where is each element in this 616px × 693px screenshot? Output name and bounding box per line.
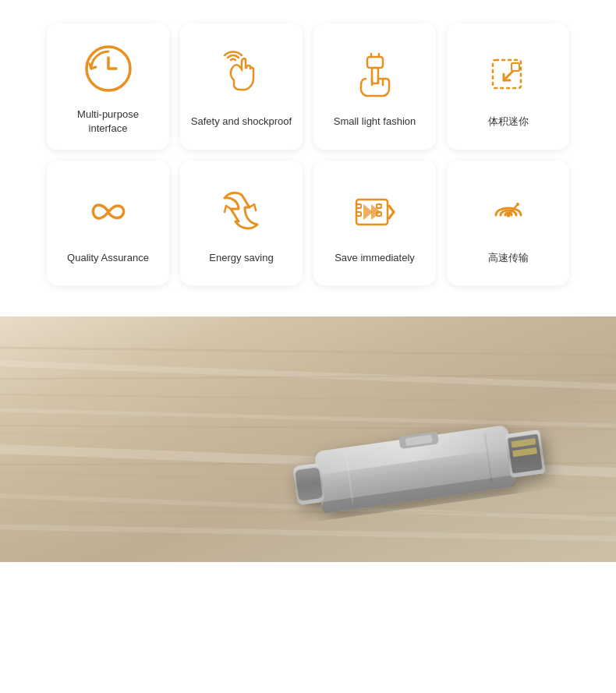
svg-rect-13 <box>356 212 361 216</box>
card-safety: Safety and shockproof <box>180 23 303 150</box>
features-section: Multi-purpose interface Safety and shock… <box>0 0 616 316</box>
svg-rect-40 <box>295 467 323 501</box>
clock-rotate-icon <box>80 41 136 97</box>
svg-line-27 <box>0 348 616 355</box>
svg-rect-10 <box>512 63 519 71</box>
card-energy: Energy saving <box>180 161 303 285</box>
features-grid: Multi-purpose interface Safety and shock… <box>47 23 569 285</box>
card-multi-purpose: Multi-purpose interface <box>47 23 169 150</box>
svg-rect-14 <box>377 204 381 208</box>
svg-rect-1 <box>367 57 383 68</box>
card-quality-label: Quality Assurance <box>67 251 149 265</box>
hand-plug-icon <box>347 48 403 104</box>
card-quality: Quality Assurance <box>47 161 169 285</box>
hand-waves-icon <box>214 48 270 104</box>
card-high-speed-label: 高速传输 <box>488 251 529 265</box>
svg-line-19 <box>389 212 394 218</box>
card-high-speed: 高速传输 <box>447 161 569 285</box>
film-forward-icon <box>347 184 403 240</box>
svg-marker-16 <box>364 206 372 218</box>
card-compact-label: 体积迷你 <box>488 115 529 129</box>
svg-point-22 <box>516 203 519 206</box>
card-energy-label: Energy saving <box>209 251 273 265</box>
svg-line-9 <box>504 71 513 80</box>
svg-rect-8 <box>493 60 521 88</box>
recycle-icon <box>214 184 270 240</box>
card-small-light: Small light fashion <box>313 23 436 150</box>
card-safety-label: Safety and shockproof <box>191 115 292 129</box>
box-arrow-icon <box>480 48 536 104</box>
card-small-light-label: Small light fashion <box>334 115 416 129</box>
product-photo-section <box>0 316 616 562</box>
svg-rect-12 <box>356 204 361 208</box>
wood-background <box>0 316 616 562</box>
infinity-icon <box>80 184 136 240</box>
card-multi-purpose-label: Multi-purpose interface <box>77 108 139 136</box>
usb-device-image <box>273 391 569 546</box>
speedometer-icon <box>480 184 536 240</box>
card-compact: 体积迷你 <box>447 23 569 150</box>
card-save: Save immediately <box>313 161 436 285</box>
card-save-label: Save immediately <box>335 251 415 265</box>
